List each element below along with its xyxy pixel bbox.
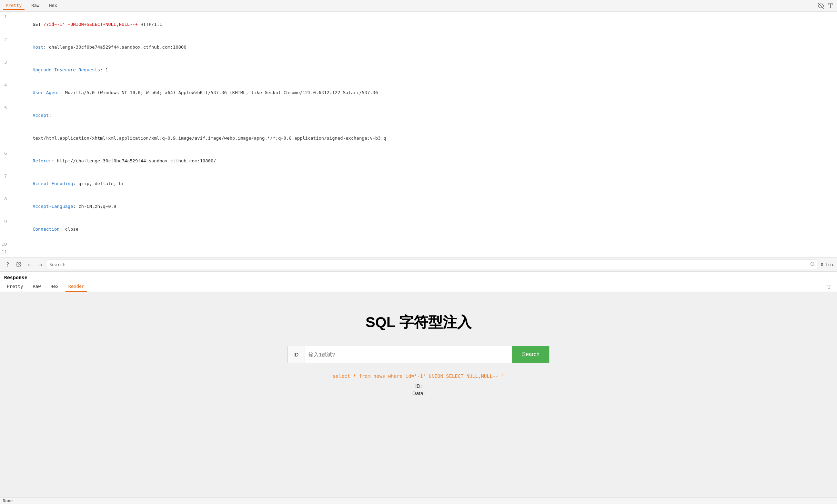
line-number: 3 xyxy=(0,59,11,66)
header-key: Host xyxy=(33,44,43,50)
search-bar: ? ← → 0 hic xyxy=(0,257,837,272)
result-data-line: Data: xyxy=(412,390,425,396)
line-number: 9 xyxy=(0,218,11,225)
request-code-area: 1 GET /?id=-1' +UNION+SELECT+NULL,NULL--… xyxy=(0,12,837,257)
code-line-5: 5 Accept: xyxy=(0,104,837,127)
line-content: text/html,application/xhtml+xml,applicat… xyxy=(11,127,386,150)
id-label: ID xyxy=(288,346,304,363)
header-val: : close xyxy=(60,226,79,232)
line-content: Upgrade-Insecure-Requests: 1 xyxy=(11,59,108,81)
header-val: : 1 xyxy=(100,67,108,72)
request-tabs: Pretty Raw Hex xyxy=(3,1,60,10)
tab-hex-response[interactable]: Hex xyxy=(48,282,61,292)
tab-render-response[interactable]: Render xyxy=(65,282,87,292)
back-icon[interactable]: ← xyxy=(25,260,34,269)
status-text: Done xyxy=(3,498,13,503)
response-content: SQL 字符型注入 ID Search select * from news w… xyxy=(0,292,837,497)
line-content: Host: challenge-30cf0be74a529f44.sandbox… xyxy=(11,36,186,59)
line-content xyxy=(11,241,14,248)
header-val-cont: text/html,application/xhtml+xml,applicat… xyxy=(33,135,386,141)
header-val: : zh-CN,zh;q=0.9 xyxy=(73,204,116,209)
forward-icon[interactable]: → xyxy=(36,260,46,269)
line-number: 7 xyxy=(0,172,11,180)
line-content: Accept-Encoding: gzip, deflate, br xyxy=(11,172,124,195)
method: GET xyxy=(33,22,43,27)
svg-point-3 xyxy=(18,264,19,265)
line-number: 11 xyxy=(0,248,11,256)
line-content: Connection: close xyxy=(11,218,79,241)
http-version: HTTP/1.1 xyxy=(141,22,162,27)
response-tabs: Pretty Raw Hex Render xyxy=(4,282,87,292)
header-key: Connection xyxy=(33,226,60,232)
sql-query-display: select * from news where id='-1' UNION S… xyxy=(333,373,504,379)
search-count: 0 hic xyxy=(819,262,834,267)
status-bar: Done xyxy=(0,497,837,504)
line-content: User-Agent: Mozilla/5.0 (Windows NT 10.0… xyxy=(11,81,378,104)
line-number: 1 xyxy=(0,13,11,21)
response-tabs-bar: Pretty Raw Hex Render xyxy=(0,282,837,292)
page-title: SQL 字符型注入 xyxy=(365,313,471,332)
header-key: Accept-Language xyxy=(33,204,73,209)
search-glass-icon xyxy=(810,262,815,268)
tab-hex-request[interactable]: Hex xyxy=(46,1,60,10)
tab-raw-request[interactable]: Raw xyxy=(29,1,42,10)
line-number: 8 xyxy=(0,195,11,203)
header-key: Accept-Encoding xyxy=(33,181,73,186)
settings-icon[interactable] xyxy=(14,260,23,269)
request-tabs-bar: Pretty Raw Hex xyxy=(0,0,837,12)
result-id-line: ID: xyxy=(415,383,422,389)
wrap-icon[interactable] xyxy=(827,2,834,10)
code-line-1: 1 GET /?id=-1' +UNION+SELECT+NULL,NULL--… xyxy=(0,13,837,36)
search-button[interactable]: Search xyxy=(512,346,549,363)
tab-pretty-response[interactable]: Pretty xyxy=(4,282,26,292)
code-line-2: 2 Host: challenge-30cf0be74a529f44.sandb… xyxy=(0,36,837,59)
code-line-11: 11 xyxy=(0,248,837,256)
header-key: Upgrade-Insecure-Requests xyxy=(33,67,100,72)
header-key: User-Agent xyxy=(33,90,60,95)
request-section: Pretty Raw Hex 1 xyxy=(0,0,837,272)
response-label: Response xyxy=(0,272,837,282)
line-content: GET /?id=-1' +UNION+SELECT+NULL,NULL--+ … xyxy=(11,13,162,36)
line-content: Accept: xyxy=(11,104,51,127)
request-toolbar xyxy=(817,2,834,10)
line-content: Referer: http://challenge-30cf0be74a529f… xyxy=(11,150,216,172)
header-key: Referer xyxy=(33,158,52,163)
search-form: ID Search xyxy=(288,346,549,363)
svg-line-5 xyxy=(814,265,815,266)
code-line-4: 4 User-Agent: Mozilla/5.0 (Windows NT 10… xyxy=(0,81,837,104)
header-key: Accept xyxy=(33,113,49,118)
code-line-6: 6 Referer: http://challenge-30cf0be74a52… xyxy=(0,150,837,172)
line-number: 10 xyxy=(0,241,11,248)
tab-raw-response[interactable]: Raw xyxy=(30,282,43,292)
header-val: : Mozilla/5.0 (Windows NT 10.0; Win64; x… xyxy=(60,90,378,95)
line-number: 5 xyxy=(0,104,11,112)
search-input-wrap xyxy=(47,260,817,269)
line-content xyxy=(11,248,14,256)
id-input[interactable] xyxy=(304,346,512,363)
code-line-10: 10 xyxy=(0,241,837,248)
code-line-5b: text/html,application/xhtml+xml,applicat… xyxy=(0,127,837,150)
line-number: 2 xyxy=(0,36,11,43)
tab-pretty-request[interactable]: Pretty xyxy=(3,1,24,10)
header-val: : http://challenge-30cf0be74a529f44.sand… xyxy=(51,158,216,163)
rendered-page: SQL 字符型注入 ID Search select * from news w… xyxy=(0,292,837,411)
line-content: Accept-Language: zh-CN,zh;q=0.9 xyxy=(11,195,116,218)
header-val: : gzip, deflate, br xyxy=(73,181,124,186)
help-icon[interactable]: ? xyxy=(3,260,12,269)
header-val: : challenge-30cf0be74a529f44.sandbox.ctf… xyxy=(43,44,186,50)
response-section: Response Pretty Raw Hex Render SQL 字符型注入… xyxy=(0,272,837,497)
path: /?id=-1' +UNION+SELECT+NULL,NULL--+ xyxy=(43,22,141,27)
line-number: 4 xyxy=(0,81,11,89)
code-line-3: 3 Upgrade-Insecure-Requests: 1 xyxy=(0,59,837,81)
svg-point-4 xyxy=(811,262,814,265)
response-wrap-icon[interactable] xyxy=(825,283,833,291)
header-val: : xyxy=(49,113,52,118)
code-line-9: 9 Connection: close xyxy=(0,218,837,241)
code-line-7: 7 Accept-Encoding: gzip, deflate, br xyxy=(0,172,837,195)
hide-icon[interactable] xyxy=(817,2,825,10)
code-line-8: 8 Accept-Language: zh-CN,zh;q=0.9 xyxy=(0,195,837,218)
search-input[interactable] xyxy=(49,262,810,267)
line-number: 6 xyxy=(0,150,11,157)
